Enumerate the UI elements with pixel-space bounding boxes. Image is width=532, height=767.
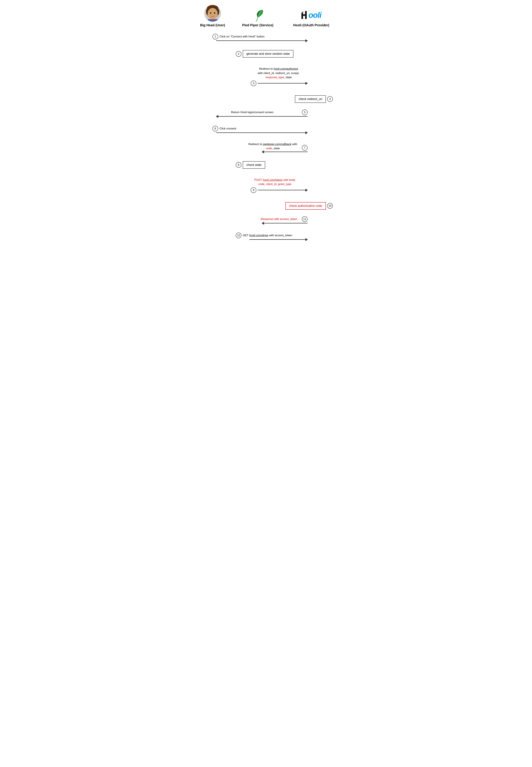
step-7-num: 7 bbox=[302, 145, 308, 150]
step-12-arrow bbox=[249, 239, 308, 240]
step-9-arrow bbox=[258, 190, 308, 190]
step-3-arrow-row: 3 bbox=[198, 80, 334, 86]
step-8-box: check state bbox=[243, 161, 265, 169]
step-7-arrow-row bbox=[198, 151, 334, 152]
step-11-label: Response with access_token bbox=[261, 218, 297, 221]
step-2-row: 2 generate and store random state bbox=[198, 50, 334, 58]
hooli-label: Hooli (OAuth Provider) bbox=[293, 23, 329, 27]
step-4-num: 4 bbox=[327, 96, 333, 102]
svg-rect-11 bbox=[305, 11, 307, 19]
svg-point-5 bbox=[210, 12, 211, 14]
step-7: Redirect to piedpiper.com/callback with … bbox=[198, 142, 334, 152]
step-10: check authorization code 10 bbox=[198, 202, 334, 210]
actors-header: Big Head (User) Pied Piper (Service) bbox=[195, 5, 337, 27]
step-1-label: Click on "Connect with Hooli" button bbox=[219, 35, 265, 38]
step-2-box: generate and store random state bbox=[243, 50, 293, 58]
step-3: Redirect to hooli.com/authorize with cli… bbox=[198, 67, 334, 86]
svg-point-6 bbox=[214, 12, 215, 14]
step-3-num: 3 bbox=[251, 80, 256, 86]
step-1-label-row: 1 Click on "Connect with Hooli" button bbox=[198, 34, 334, 39]
step-6-arrow bbox=[216, 132, 308, 133]
step-2: 2 generate and store random state bbox=[198, 50, 334, 58]
hooli-logo: ooli bbox=[301, 8, 321, 22]
step-2-num: 2 bbox=[236, 51, 241, 57]
step-11-label-row: Response with access_token 11 bbox=[198, 216, 334, 222]
hooli-text: ooli bbox=[308, 10, 321, 20]
svg-point-4 bbox=[208, 8, 218, 19]
piedpiper-label: Pied Piper (Service) bbox=[242, 23, 273, 27]
hooli-h-icon bbox=[301, 10, 308, 20]
sequence-diagram: 1 Click on "Connect with Hooli" button 2… bbox=[195, 34, 337, 240]
step-6-label-row: 6 Click consent bbox=[198, 126, 334, 131]
step-1-arrow-row bbox=[198, 40, 334, 41]
step-5-arrow-row bbox=[198, 116, 334, 117]
step-6-arrow-row bbox=[198, 132, 334, 133]
step-4-box: check redirect_uri bbox=[295, 95, 326, 103]
bighead-label: Big Head (User) bbox=[200, 23, 225, 27]
step-7-label-row: Redirect to piedpiper.com/callback with … bbox=[198, 142, 334, 150]
step-5: Return Hooli login/consent screen 5 bbox=[198, 109, 334, 117]
svg-point-7 bbox=[212, 14, 213, 15]
step-9-num: 9 bbox=[251, 187, 256, 193]
step-11: Response with access_token 11 bbox=[198, 216, 334, 224]
actor-hooli: ooli Hooli (OAuth Provider) bbox=[285, 8, 337, 27]
step-12-label: GET hooli.com/drive with access_token bbox=[243, 234, 292, 237]
step-12-num: 12 bbox=[236, 233, 241, 238]
step-8-row: 8 check state bbox=[198, 161, 334, 169]
step-10-box: check authorization code bbox=[285, 202, 326, 210]
step-6-label: Click consent bbox=[219, 127, 236, 130]
step-5-arrow bbox=[216, 116, 308, 117]
step-11-num: 11 bbox=[302, 216, 308, 222]
step-5-label-row: Return Hooli login/consent screen 5 bbox=[198, 109, 334, 115]
piedpiper-logo bbox=[251, 8, 265, 22]
step-12-arrow-row bbox=[198, 239, 334, 240]
actor-piedpiper: Pied Piper (Service) bbox=[231, 8, 285, 27]
step-5-label: Return Hooli login/consent screen bbox=[231, 111, 273, 114]
step-6-num: 6 bbox=[212, 126, 218, 131]
actor-bighead: Big Head (User) bbox=[195, 5, 231, 27]
step-9-arrow-row: 9 bbox=[198, 187, 334, 193]
step-3-label-row: Redirect to hooli.com/authorize with cli… bbox=[198, 67, 334, 79]
step-8-num: 8 bbox=[236, 162, 241, 168]
step-1-num: 1 bbox=[212, 34, 218, 39]
step-12: 12 GET hooli.com/drive with access_token bbox=[198, 233, 334, 240]
step-11-arrow-row bbox=[198, 223, 334, 224]
step-3-label: Redirect to hooli.com/authorize with cli… bbox=[258, 67, 299, 79]
step-1: 1 Click on "Connect with Hooli" button bbox=[198, 34, 334, 41]
step-7-arrow bbox=[262, 151, 308, 152]
step-11-arrow bbox=[262, 223, 308, 224]
step-3-arrow bbox=[258, 83, 308, 83]
step-1-arrow bbox=[216, 40, 308, 41]
step-9-label-row: POST hooli.com/token with body code, cli… bbox=[198, 178, 334, 186]
step-6: 6 Click consent bbox=[198, 126, 334, 133]
step-4: check redirect_uri 4 bbox=[198, 95, 334, 103]
step-10-row: check authorization code 10 bbox=[198, 202, 334, 210]
step-4-row: check redirect_uri 4 bbox=[198, 95, 334, 103]
step-7-label: Redirect to piedpiper.com/callback with … bbox=[248, 142, 297, 150]
bighead-avatar bbox=[204, 5, 221, 22]
step-10-num: 10 bbox=[327, 203, 333, 209]
step-12-label-row: 12 GET hooli.com/drive with access_token bbox=[198, 233, 334, 238]
step-8: 8 check state bbox=[198, 161, 334, 169]
step-5-num: 5 bbox=[302, 109, 308, 115]
bighead-face-icon bbox=[204, 5, 221, 22]
step-9: POST hooli.com/token with body code, cli… bbox=[198, 178, 334, 193]
step-9-label: POST hooli.com/token with body code, cli… bbox=[254, 178, 295, 186]
